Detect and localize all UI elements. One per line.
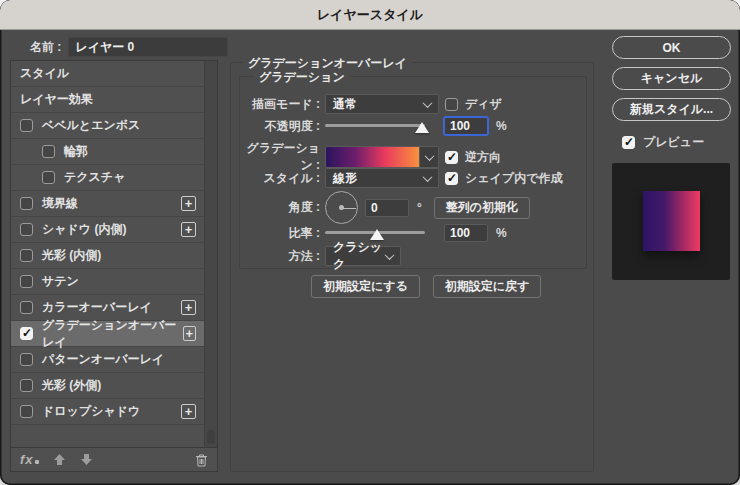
blend-mode-select[interactable]: 通常	[325, 94, 439, 114]
move-effect-up-button[interactable]	[53, 453, 66, 466]
align-with-shape-checkbox[interactable]	[445, 172, 458, 185]
effect-checkbox[interactable]	[20, 379, 33, 392]
effect-checkbox[interactable]	[20, 301, 33, 314]
opacity-slider[interactable]	[325, 118, 425, 134]
effect-checkbox[interactable]	[20, 197, 33, 210]
gradient-picker[interactable]	[325, 146, 439, 168]
styles-sidebar: スタイルレイヤー効果ベベルとエンボス輪郭テクスチャ境界線シャドウ (内側)光彩 …	[10, 60, 218, 472]
trash-icon	[195, 453, 208, 467]
sidebar-item-label: パターンオーバーレイ	[42, 351, 164, 368]
opacity-slider-thumb[interactable]	[415, 122, 429, 133]
layer-name-row: 名前 :	[30, 37, 228, 57]
sidebar-item[interactable]: 光彩 (内側)	[11, 243, 204, 269]
effect-checkbox[interactable]	[42, 145, 55, 158]
opacity-slider-track[interactable]	[325, 124, 425, 127]
reset-to-default-button[interactable]: 初期設定に戻す	[433, 275, 542, 298]
sidebar-item[interactable]: サテン	[11, 269, 204, 295]
sidebar-item[interactable]: 境界線	[11, 191, 204, 217]
effect-checkbox[interactable]	[42, 171, 55, 184]
make-default-button[interactable]: 初期設定にする	[311, 275, 420, 298]
fx-menu-button[interactable]: fx	[20, 452, 39, 467]
scale-row: 比率 : %	[240, 224, 586, 242]
chevron-down-icon	[423, 172, 433, 182]
cancel-button[interactable]: キャンセル	[612, 67, 731, 90]
preview-toggle-row: プレビュー	[622, 134, 731, 151]
effect-checkbox[interactable]	[20, 353, 33, 366]
sidebar-item-label: サテン	[42, 273, 79, 290]
sidebar-item-label: ベベルとエンボス	[42, 117, 140, 134]
gradient-picker-dropdown[interactable]	[419, 147, 438, 167]
sidebar-item-label: 輪郭	[64, 143, 88, 160]
layer-style-dialog: レイヤースタイル 名前 : OK キャンセル 新規スタイル... プレビュー ス…	[0, 0, 740, 485]
gradient-group: グラデーション 描画モード : 通常 ディザ 不透明度 :	[239, 76, 587, 269]
layer-name-label: 名前 :	[30, 39, 61, 56]
reset-alignment-button[interactable]: 整列の初期化	[434, 197, 530, 219]
effect-checkbox[interactable]	[20, 223, 33, 236]
dither-toggle: ディザ	[445, 96, 502, 113]
defaults-row: 初期設定にする 初期設定に戻す	[311, 275, 541, 298]
preview-gradient-square	[643, 191, 700, 251]
effect-checkbox[interactable]	[20, 327, 33, 340]
sidebar-item-label: グラデーションオーバーレイ	[42, 317, 183, 351]
angle-input[interactable]	[365, 199, 409, 217]
sidebar-scrollbar[interactable]	[204, 61, 217, 447]
new-style-button[interactable]: 新規スタイル...	[612, 98, 731, 121]
align-with-shape-toggle: シェイプ内で作成	[445, 170, 562, 187]
angle-dial[interactable]	[325, 191, 358, 224]
sidebar-item-label: ドロップシャドウ	[42, 403, 140, 420]
add-effect-instance-icon[interactable]	[181, 404, 196, 419]
sidebar-item[interactable]: 輪郭	[11, 139, 204, 165]
arrow-down-icon	[80, 453, 93, 466]
angle-hub	[339, 205, 344, 210]
layer-name-input[interactable]	[68, 37, 228, 57]
sidebar-footer: fx	[11, 447, 217, 471]
scrollbar-thumb[interactable]	[207, 430, 215, 444]
dither-checkbox[interactable]	[445, 98, 458, 111]
sidebar-item[interactable]: ベベルとエンボス	[11, 113, 204, 139]
preview-label: プレビュー	[643, 134, 704, 151]
method-select[interactable]: クラシック	[325, 246, 401, 266]
sidebar-item[interactable]: グラデーションオーバーレイ	[11, 321, 204, 347]
sidebar-item-label: カラーオーバーレイ	[42, 299, 152, 316]
style-label: スタイル :	[240, 170, 320, 187]
add-effect-instance-icon[interactable]	[181, 300, 196, 315]
reverse-label: 逆方向	[465, 149, 501, 166]
opacity-label: 不透明度 :	[240, 118, 320, 135]
effect-checkbox[interactable]	[20, 275, 33, 288]
angle-label: 角度 :	[240, 199, 320, 216]
preview-checkbox[interactable]	[622, 136, 635, 149]
effect-checkbox[interactable]	[20, 249, 33, 262]
dialog-title: レイヤースタイル	[317, 6, 423, 24]
sidebar-item-label: 境界線	[42, 195, 78, 212]
action-column: OK キャンセル 新規スタイル... プレビュー	[612, 36, 731, 280]
angle-unit: °	[417, 201, 422, 215]
reverse-checkbox[interactable]	[445, 151, 458, 164]
move-effect-down-button[interactable]	[80, 453, 93, 466]
titlebar[interactable]: レイヤースタイル	[0, 0, 740, 30]
scale-unit: %	[496, 226, 507, 240]
fx-icon: fx	[20, 452, 34, 467]
add-effect-instance-icon[interactable]	[181, 196, 196, 211]
sidebar-item-label: テクスチャ	[64, 169, 125, 186]
ok-button[interactable]: OK	[612, 36, 731, 59]
gradient-style-value: 線形	[333, 170, 357, 187]
gradient-swatch[interactable]	[326, 147, 419, 167]
fx-menu-dot-icon	[35, 460, 39, 464]
sidebar-item[interactable]: シャドウ (内側)	[11, 217, 204, 243]
effect-checkbox[interactable]	[20, 405, 33, 418]
add-effect-instance-icon[interactable]	[183, 326, 197, 341]
effect-checkbox[interactable]	[20, 119, 33, 132]
scale-input[interactable]	[444, 224, 488, 242]
sidebar-item[interactable]: スタイル	[11, 61, 204, 87]
sidebar-item[interactable]: テクスチャ	[11, 165, 204, 191]
add-effect-instance-icon[interactable]	[181, 222, 196, 237]
sidebar-item-label: 光彩 (内側)	[42, 247, 101, 264]
sidebar-item[interactable]: パターンオーバーレイ	[11, 347, 204, 373]
method-value: クラシック	[333, 239, 386, 273]
sidebar-item[interactable]: 光彩 (外側)	[11, 373, 204, 399]
sidebar-item[interactable]: レイヤー効果	[11, 87, 204, 113]
opacity-input[interactable]	[444, 117, 488, 135]
gradient-style-select[interactable]: 線形	[325, 168, 439, 188]
sidebar-item[interactable]: ドロップシャドウ	[11, 399, 204, 425]
delete-effect-button[interactable]	[195, 453, 208, 467]
